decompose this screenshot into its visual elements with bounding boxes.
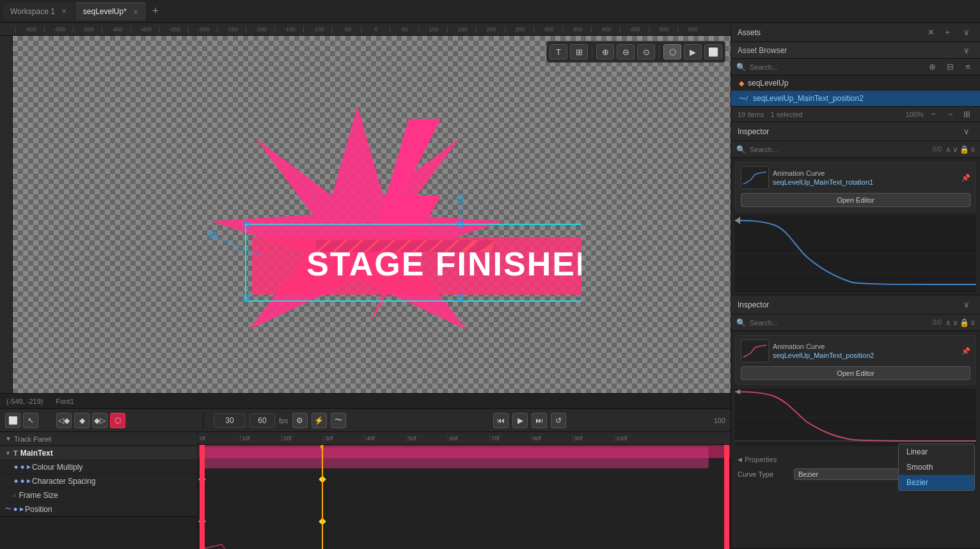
zoom-grid-btn[interactable]: ⊞ bbox=[960, 107, 974, 121]
add-asset-btn[interactable]: ⊕ bbox=[925, 60, 939, 74]
fps-input[interactable] bbox=[249, 414, 275, 428]
insp2-up-btn[interactable]: ∧ bbox=[945, 318, 951, 327]
tl-select-btn[interactable]: ↖ bbox=[23, 413, 38, 428]
asset-item-seqlevelup[interactable]: ◆ seqLevelUp bbox=[731, 75, 980, 91]
insp1-more-btn[interactable]: ≡ bbox=[970, 145, 975, 154]
inspector2-panel: Inspector ∨ 🔍 0/0 ∧ ∨ 🔒 ≡ bbox=[731, 295, 980, 549]
ruler-mark: -100 bbox=[303, 26, 332, 33]
tool-text[interactable]: T bbox=[549, 44, 567, 59]
frame-input[interactable] bbox=[214, 414, 246, 428]
track-frame-size[interactable]: ○ Frame Size bbox=[0, 488, 198, 502]
tool-rect[interactable]: ⬜ bbox=[704, 44, 722, 59]
colour-multiply-label: Colour Multiply bbox=[32, 463, 83, 472]
position-wave-icon: 〜 bbox=[5, 505, 11, 513]
expand-browser-btn[interactable]: ∨ bbox=[960, 43, 974, 58]
tab-workspace-label: Workspace 1 bbox=[10, 7, 55, 16]
anim-curve-name-2: seqLevelUp_MainText_position2 bbox=[773, 352, 958, 359]
track-maintext-label: MainText bbox=[20, 449, 53, 458]
dropdown-bezier[interactable]: Bezier bbox=[899, 475, 974, 490]
track-character-spacing[interactable]: ◆ ◆ ▶ Character Spacing bbox=[0, 474, 198, 488]
ruler-40f: 40f bbox=[365, 435, 406, 442]
tl-next-key[interactable]: ◆▷ bbox=[92, 413, 107, 428]
dropdown-linear[interactable]: Linear bbox=[899, 444, 974, 460]
start-frame-marker bbox=[200, 445, 205, 549]
timeline-waveform bbox=[198, 445, 731, 549]
more-asset-btn[interactable]: ≡ bbox=[961, 60, 975, 74]
svg-text:STAGE FINISHED!: STAGE FINISHED! bbox=[306, 245, 581, 282]
tool-move[interactable]: ▶ bbox=[684, 44, 702, 59]
frame-size-label: Frame Size bbox=[19, 491, 58, 500]
track-colour-multiply[interactable]: ◆ ◆ ▶ Colour Multiply bbox=[0, 460, 198, 474]
tl-first-frame[interactable]: ⏮ bbox=[493, 413, 509, 428]
ruler-90f: 90f bbox=[573, 435, 614, 442]
canvas-with-ruler: STAGE FINISHED! T ⊞ ⊕ ⊖ bbox=[0, 36, 731, 393]
timeline-playhead[interactable] bbox=[322, 445, 323, 549]
anim-pin-1[interactable]: 📌 bbox=[961, 174, 970, 182]
anim-pin-2[interactable]: 📌 bbox=[961, 347, 970, 355]
diamond-mid: ◆ bbox=[20, 464, 24, 470]
asset-search-input[interactable] bbox=[750, 63, 921, 71]
filter-asset-btn[interactable]: ⊟ bbox=[943, 60, 957, 74]
insp1-search-icon: 🔍 bbox=[736, 145, 746, 154]
tab-workspace[interactable]: Workspace 1 ✕ bbox=[3, 3, 74, 20]
collapse-insp2-btn[interactable]: ∨ bbox=[960, 298, 974, 312]
diamond-right: ▶ bbox=[27, 464, 31, 470]
anim-icon: 〜/ bbox=[739, 94, 748, 104]
add-assets-btn[interactable]: + bbox=[940, 26, 954, 40]
tl-play[interactable]: ▶ bbox=[512, 413, 528, 428]
insp2-more-btn[interactable]: ≡ bbox=[970, 318, 975, 327]
open-editor-btn-1[interactable]: Open Editor bbox=[741, 193, 970, 207]
diamond-mid2: ◆ bbox=[20, 478, 24, 484]
anim-card-2: Animation Curve seqLevelUp_MainText_posi… bbox=[735, 335, 976, 385]
tl-mode-btn[interactable]: ⬜ bbox=[5, 413, 20, 428]
curve-chart-2 bbox=[735, 389, 976, 446]
insp1-search-input[interactable] bbox=[750, 146, 929, 153]
tool-zoom-in[interactable]: ⊕ bbox=[596, 44, 614, 59]
collapse-assets-btn[interactable]: ∨ bbox=[960, 26, 974, 40]
end-frame-marker bbox=[724, 445, 729, 549]
tl-curve[interactable]: 〜 bbox=[331, 413, 346, 428]
tool-zoom-out[interactable]: ⊖ bbox=[617, 44, 635, 59]
insp2-search-input[interactable] bbox=[750, 319, 929, 327]
tab-workspace-close[interactable]: ✕ bbox=[61, 8, 67, 15]
insp1-down-btn[interactable]: ∨ bbox=[952, 145, 958, 154]
tl-auto-key[interactable]: ⬡ bbox=[110, 413, 125, 428]
dropdown-smooth[interactable]: Smooth bbox=[899, 460, 974, 475]
tl-loop[interactable]: ↺ bbox=[551, 413, 566, 428]
insp1-search: 🔍 0/0 ∧ ∨ 🔒 ≡ bbox=[731, 141, 980, 158]
track-maintext[interactable]: ▼ T MainText bbox=[0, 446, 198, 460]
open-editor-btn-2[interactable]: Open Editor bbox=[741, 366, 970, 380]
asset-item-position2[interactable]: 〜/ seqLevelUp_MainText_position2 bbox=[731, 91, 980, 106]
tab-add-button[interactable]: + bbox=[147, 4, 164, 18]
insp2-down-btn[interactable]: ∨ bbox=[952, 318, 958, 327]
tl-last-frame[interactable]: ⏭ bbox=[532, 413, 547, 428]
zoom-arrow-btn[interactable]: → bbox=[943, 107, 957, 121]
coords-display: (-549, -219) bbox=[6, 398, 43, 405]
tl-settings[interactable]: ⚙ bbox=[292, 413, 308, 428]
insp1-up-btn[interactable]: ∧ bbox=[945, 145, 951, 154]
tool-grid[interactable]: ⊞ bbox=[570, 44, 588, 59]
ruler-mark: 350 bbox=[562, 26, 591, 33]
close-assets-btn[interactable]: ✕ bbox=[924, 26, 938, 40]
canvas-container[interactable]: STAGE FINISHED! T ⊞ ⊕ ⊖ bbox=[13, 36, 731, 393]
tab-seqlevelup[interactable]: seqLevelUp* ✕ bbox=[75, 3, 146, 20]
curve-type-dropdown-menu: Linear Smooth Bezier bbox=[898, 444, 975, 491]
tl-add-key[interactable]: ◆ bbox=[74, 413, 90, 428]
tl-prev-key[interactable]: ◁◆ bbox=[56, 413, 72, 428]
anim-card-1-header: Animation Curve seqLevelUp_MainText_rota… bbox=[736, 162, 976, 193]
tool-select[interactable]: ⬡ bbox=[663, 44, 681, 59]
insp2-lock-btn[interactable]: 🔒 bbox=[960, 318, 969, 327]
track-position[interactable]: 〜 ◆ ▶ Position bbox=[0, 502, 198, 516]
asset-seqlevelup-label: seqLevelUp bbox=[748, 79, 788, 88]
tool-zoom-fit[interactable]: ⊙ bbox=[637, 44, 655, 59]
tl-lightning[interactable]: ⚡ bbox=[312, 413, 327, 428]
track-expand-icon[interactable]: ▼ bbox=[5, 450, 11, 456]
insp1-lock-btn[interactable]: 🔒 bbox=[960, 145, 969, 154]
zoom-minus-btn[interactable]: − bbox=[926, 107, 940, 121]
ruler-mark: 550 bbox=[677, 26, 706, 33]
tab-seqlevelup-close[interactable]: ✕ bbox=[133, 8, 138, 15]
inspector2-header: Inspector ∨ bbox=[731, 295, 980, 314]
collapse-insp1-btn[interactable]: ∨ bbox=[960, 125, 974, 139]
ruler-mark: -450 bbox=[102, 26, 130, 33]
track-labels: ▼ Track Panel ▼ T MainText ◆ ◆ ▶ Colou bbox=[0, 432, 198, 549]
